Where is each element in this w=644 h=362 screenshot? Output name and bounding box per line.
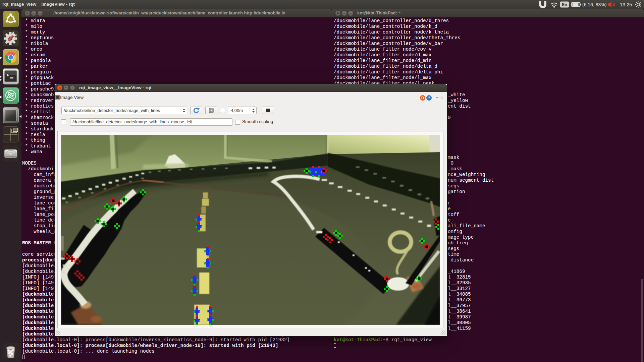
- svg-text:13:25: 13:25: [620, 2, 632, 7]
- svg-text:En: En: [562, 2, 567, 7]
- svg-text:(6:16, 83%): (6:16, 83%): [582, 2, 606, 7]
